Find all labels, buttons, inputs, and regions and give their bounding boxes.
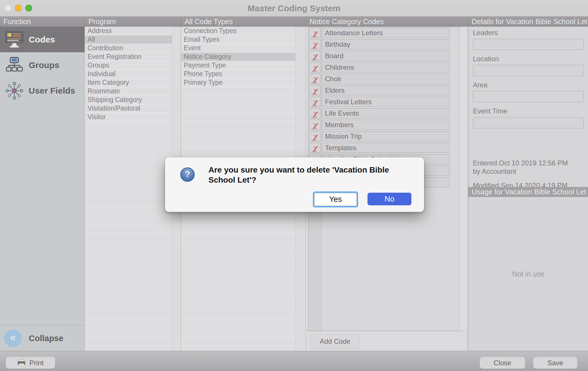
program-row[interactable]: Groups bbox=[85, 61, 172, 70]
usage-panel: Not in use bbox=[468, 197, 588, 351]
program-row-label: Address bbox=[88, 27, 112, 34]
question-mark-icon: ? bbox=[180, 167, 195, 182]
detail-field-input[interactable] bbox=[473, 39, 584, 50]
delete-code-button[interactable]: χ bbox=[310, 85, 320, 95]
collapse-bar[interactable]: « Collapse bbox=[0, 325, 85, 351]
detail-field-label: Area bbox=[473, 81, 584, 89]
program-row[interactable]: Contribution bbox=[85, 44, 172, 53]
code-name-field[interactable]: Board bbox=[322, 51, 450, 61]
code-type-row[interactable]: Connection Types bbox=[181, 27, 295, 35]
delete-x-icon: χ bbox=[312, 40, 318, 48]
add-code-button[interactable]: Add Code bbox=[311, 334, 359, 349]
delete-x-icon: χ bbox=[312, 132, 318, 140]
program-row[interactable]: Visitation/Pastoral bbox=[85, 104, 172, 113]
program-row-label: Event Registration bbox=[88, 53, 142, 60]
code-type-row[interactable]: Payment Type bbox=[181, 61, 295, 70]
yes-button[interactable]: Yes bbox=[314, 193, 357, 206]
delete-code-button[interactable]: χ bbox=[310, 51, 320, 61]
code-type-row-label: Primary Type bbox=[184, 79, 223, 86]
code-name-field[interactable]: Attendance Letters bbox=[322, 28, 450, 38]
program-row[interactable]: Event Registration bbox=[85, 53, 172, 61]
detail-field-label: Leaders bbox=[473, 29, 584, 37]
program-row-label: All bbox=[88, 36, 95, 43]
sidebar-label-groups: Groups bbox=[29, 60, 59, 70]
delete-code-button[interactable]: χ bbox=[310, 143, 320, 153]
code-name-field[interactable]: Childrens bbox=[322, 62, 450, 72]
sidebar-item-groups[interactable]: Groups bbox=[0, 52, 85, 78]
details-panel: Leaders Location Area Event Time Entered… bbox=[468, 27, 588, 351]
code-row: χ Childrens bbox=[310, 62, 450, 72]
program-row-label: Contribution bbox=[88, 44, 123, 52]
detail-field-label: Location bbox=[473, 55, 584, 63]
entered-line2: by Accountant bbox=[473, 167, 568, 175]
program-row[interactable]: Visitor bbox=[85, 113, 172, 121]
save-button[interactable]: Save bbox=[533, 357, 577, 369]
delete-x-icon: χ bbox=[312, 29, 318, 37]
groups-orgchart-icon bbox=[0, 57, 29, 74]
sidebar-item-user-fields[interactable]: User Fields bbox=[0, 78, 85, 103]
program-row-label: Visitation/Pastoral bbox=[88, 105, 140, 112]
collapse-chevrons-icon[interactable]: « bbox=[4, 329, 22, 347]
entered-info: Entered Oct 10 2019 12:56 PM by Accounta… bbox=[473, 159, 568, 175]
sidebar-item-codes[interactable]: Codes bbox=[0, 27, 85, 52]
code-type-row-label: Notice Category bbox=[184, 53, 231, 60]
delete-x-icon: χ bbox=[312, 144, 318, 152]
detail-field-input[interactable] bbox=[473, 91, 584, 102]
program-row[interactable]: All bbox=[85, 35, 172, 44]
code-type-row-label: Email Types bbox=[184, 36, 220, 43]
header-all-code-types: All Code Types bbox=[181, 16, 306, 27]
program-row[interactable]: Item Category bbox=[85, 78, 172, 87]
delete-code-button[interactable]: χ bbox=[310, 28, 320, 38]
code-row: χ Choir bbox=[310, 74, 450, 84]
detail-field: Location bbox=[473, 55, 584, 81]
codes-monitor-icon bbox=[0, 30, 29, 49]
code-type-row[interactable]: Event bbox=[181, 44, 295, 53]
print-button[interactable]: Print bbox=[6, 357, 55, 369]
delete-code-button[interactable]: χ bbox=[310, 97, 320, 107]
codes-rows: χ Attendance Letters χ Birthday χ Board bbox=[308, 27, 459, 166]
delete-code-button[interactable]: χ bbox=[310, 62, 320, 72]
code-row: χ Mission Trip bbox=[310, 131, 450, 141]
code-type-row[interactable]: Primary Type bbox=[181, 78, 295, 87]
code-type-row-label: Connection Types bbox=[184, 27, 237, 34]
sidebar-label-codes: Codes bbox=[29, 35, 55, 45]
code-type-row[interactable]: Phone Types bbox=[181, 70, 295, 78]
delete-code-button[interactable]: χ bbox=[310, 131, 320, 141]
code-row: χ Members bbox=[310, 120, 450, 130]
window-title: Master Coding System bbox=[0, 0, 588, 16]
delete-code-button[interactable]: χ bbox=[310, 120, 320, 130]
code-type-row[interactable]: Notice Category bbox=[181, 53, 295, 61]
master-coding-system-window: Master Coding System Function Program Al… bbox=[0, 0, 588, 371]
code-name-field[interactable]: Birthday bbox=[322, 39, 450, 49]
code-name-field[interactable]: Templates bbox=[322, 143, 450, 153]
code-name-field[interactable]: Members bbox=[322, 120, 450, 130]
code-name-field[interactable]: Festival Letters bbox=[322, 97, 450, 107]
close-button[interactable]: Close bbox=[480, 357, 525, 369]
code-name-field[interactable]: Elders bbox=[322, 85, 450, 95]
delete-code-button[interactable]: χ bbox=[310, 39, 320, 49]
detail-field-input[interactable] bbox=[473, 65, 584, 76]
program-row-label: Visitor bbox=[88, 113, 106, 121]
detail-field: Leaders bbox=[473, 29, 584, 55]
program-row[interactable]: Roommate bbox=[85, 87, 172, 96]
detail-fields: Leaders Location Area Event Time bbox=[473, 29, 584, 133]
code-name-field[interactable]: Life Events bbox=[322, 108, 450, 118]
code-name-field[interactable]: Mission Trip bbox=[322, 131, 450, 141]
detail-field-input[interactable] bbox=[473, 117, 584, 128]
printer-icon bbox=[17, 359, 26, 367]
delete-confirmation-dialog: ? Are you sure you want to delete 'Vacat… bbox=[165, 157, 424, 212]
delete-code-button[interactable]: χ bbox=[310, 74, 320, 84]
program-row[interactable]: Shipping Category bbox=[85, 96, 172, 104]
code-type-row[interactable]: Email Types bbox=[181, 35, 295, 44]
code-type-row-label: Phone Types bbox=[184, 70, 222, 78]
print-label: Print bbox=[29, 359, 43, 367]
delete-x-icon: χ bbox=[312, 86, 318, 94]
code-name-field[interactable]: Choir bbox=[322, 74, 450, 84]
delete-x-icon: χ bbox=[312, 109, 318, 117]
title-bar: Master Coding System bbox=[0, 0, 588, 17]
delete-code-button[interactable]: χ bbox=[310, 108, 320, 118]
no-button[interactable]: No bbox=[368, 193, 411, 205]
program-row[interactable]: Individual bbox=[85, 70, 172, 78]
program-row[interactable]: Address bbox=[85, 27, 172, 35]
code-row: χ Elders bbox=[310, 85, 450, 95]
